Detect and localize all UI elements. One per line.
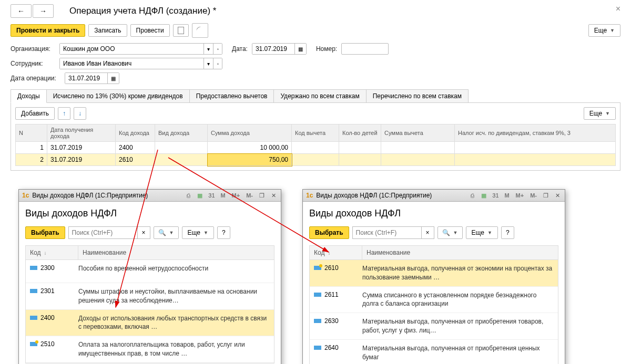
col-name[interactable]: Наименование	[362, 246, 414, 259]
tab-calc13[interactable]: Исчислено по 13% (30%) кроме дивидендов	[46, 89, 190, 102]
m-button[interactable]: M	[503, 192, 511, 199]
page-title: Операция учета НДФЛ (создание) *	[69, 6, 216, 16]
opdate-label: Дата операции:	[11, 75, 60, 82]
th-code[interactable]: Код дохода	[116, 124, 155, 142]
opdate-field[interactable]: ▦	[65, 72, 119, 84]
restore-icon[interactable]: ❐	[258, 191, 266, 200]
more-button[interactable]: Еще▼	[182, 226, 214, 239]
table-row[interactable]: 131.07.2019240010 000,00	[16, 142, 616, 154]
more-button[interactable]: Еще▼	[588, 24, 620, 37]
list-item[interactable]: 2611Сумма списанного в установленном пор…	[310, 287, 558, 314]
restore-icon[interactable]: ❐	[542, 191, 550, 200]
list-item[interactable]: 2610Материальная выгода, полученная от э…	[310, 260, 558, 287]
move-up-button[interactable]: ↑	[58, 107, 70, 120]
table-row[interactable]: 231.07.20192610750,00	[16, 154, 616, 166]
date-field[interactable]: ▦	[252, 43, 307, 55]
paperclip-icon: ⌒	[194, 25, 206, 36]
item-icon	[30, 342, 37, 346]
print-icon[interactable]: ⎙	[468, 191, 476, 200]
item-icon	[314, 293, 321, 297]
close-icon[interactable]: ×	[616, 4, 620, 14]
search-button[interactable]: 🔍▼	[437, 226, 463, 239]
list-item[interactable]: 2301Суммы штрафов и неустойки, выплачива…	[26, 283, 274, 310]
chevron-down-icon: ▼	[605, 111, 610, 116]
org-field[interactable]: ▾ ▫	[59, 43, 222, 55]
item-icon	[314, 346, 321, 350]
org-label: Организация:	[11, 45, 55, 53]
th-deduct-code[interactable]: Код вычета	[292, 124, 339, 142]
m-plus-button[interactable]: M+	[514, 192, 526, 199]
th-deduct-sum[interactable]: Сумма вычета	[381, 124, 455, 142]
app-icon: 1c	[22, 192, 29, 199]
calendar-icon[interactable]: 31	[491, 191, 500, 200]
tab-deductions[interactable]: Предоставлено вычетов	[189, 89, 274, 102]
m-button[interactable]: M	[219, 192, 227, 199]
help-button[interactable]: ?	[501, 226, 514, 239]
back-button[interactable]: ←	[11, 4, 32, 18]
app-icon: 1c	[306, 192, 313, 199]
clear-search-icon[interactable]: ×	[137, 227, 150, 238]
search-input[interactable]: ×	[68, 226, 150, 239]
help-button[interactable]: ?	[217, 226, 230, 239]
forward-button[interactable]: →	[33, 4, 54, 18]
employee-field[interactable]: ▾ ▫	[59, 58, 222, 69]
popup-app-title: Виды доходов НДФЛ (1С:Предприятие)	[32, 192, 148, 199]
th-sum[interactable]: Сумма дохода	[208, 124, 292, 142]
document-icon	[178, 27, 184, 34]
list-item[interactable]: 2640Материальная выгода, полученная от п…	[310, 340, 558, 364]
calendar-icon[interactable]: ▦	[107, 73, 119, 84]
search-input[interactable]: ×	[352, 226, 434, 239]
grid-icon[interactable]: ▦	[196, 191, 204, 200]
close-icon[interactable]: ✕	[269, 191, 278, 200]
search-button[interactable]: 🔍▼	[154, 226, 179, 239]
m-minus-button[interactable]: M-	[245, 192, 255, 199]
col-code[interactable]: Код↓	[310, 246, 362, 259]
clear-search-icon[interactable]: ×	[421, 227, 434, 238]
popup-title: Виды доходов НДФЛ	[309, 208, 558, 219]
item-icon	[30, 316, 37, 320]
print-icon[interactable]: ⎙	[184, 191, 192, 200]
th-type[interactable]: Вид дохода	[155, 124, 208, 142]
col-code[interactable]: Код↓	[26, 246, 78, 259]
item-icon	[30, 266, 37, 270]
select-button[interactable]: Выбрать	[309, 226, 349, 239]
number-field[interactable]	[341, 43, 389, 55]
list-item[interactable]: 2300Пособия по временной нетрудоспособно…	[26, 260, 274, 283]
more-button[interactable]: Еще▼	[584, 107, 616, 120]
m-plus-button[interactable]: M+	[230, 192, 242, 199]
grid-icon[interactable]: ▦	[480, 191, 488, 200]
document-icon-button[interactable]	[173, 24, 189, 37]
list-item[interactable]: 2630Материальная выгода, полученная от п…	[310, 313, 558, 340]
calendar-icon[interactable]: 31	[207, 191, 216, 200]
open-icon[interactable]: ▫	[213, 58, 222, 69]
move-down-button[interactable]: ↓	[74, 107, 86, 120]
tab-withheld[interactable]: Удержано по всем ставкам	[273, 89, 366, 102]
tab-paid[interactable]: Перечислено по всем ставкам	[366, 89, 469, 102]
calendar-icon[interactable]: ▦	[294, 44, 306, 54]
commit-close-button[interactable]: Провести и закрыть	[11, 24, 85, 37]
list-item[interactable]: 2400Доходы от использования любых трансп…	[26, 310, 274, 337]
save-button[interactable]: Записать	[88, 24, 127, 37]
commit-button[interactable]: Провести	[130, 24, 170, 37]
th-date[interactable]: Дата получения дохода	[47, 124, 116, 142]
list-item[interactable]: 2510Оплата за налогоплательщика товаров,…	[26, 336, 274, 363]
th-tax[interactable]: Налог исч. по дивидендам, ставкам 9%, 3	[455, 124, 616, 142]
dropdown-icon[interactable]: ▾	[203, 58, 213, 69]
add-button[interactable]: Добавить	[15, 107, 55, 120]
more-button[interactable]: Еще▼	[466, 226, 498, 239]
popup-title: Виды доходов НДФЛ	[25, 208, 274, 219]
open-icon[interactable]: ▫	[213, 44, 222, 54]
tab-income[interactable]: Доходы	[11, 89, 47, 103]
item-icon	[314, 266, 321, 270]
close-icon[interactable]: ✕	[553, 191, 562, 200]
dropdown-icon[interactable]: ▾	[203, 44, 213, 54]
sort-down-icon: ↓	[44, 250, 46, 256]
attach-button[interactable]: ⌒	[192, 23, 208, 38]
th-n[interactable]: N	[16, 124, 47, 142]
m-minus-button[interactable]: M-	[528, 192, 538, 199]
select-button[interactable]: Выбрать	[25, 226, 65, 239]
item-icon	[314, 319, 321, 323]
employee-label: Сотрудник:	[11, 60, 55, 67]
th-children[interactable]: Кол-во детей	[339, 124, 381, 142]
col-name[interactable]: Наименование	[78, 246, 130, 259]
